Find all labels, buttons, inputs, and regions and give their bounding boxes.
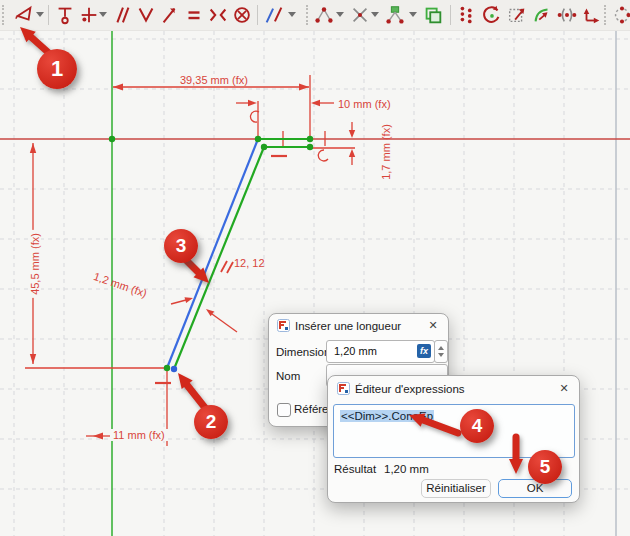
circular-array-icon[interactable] [610,3,630,27]
close-icon[interactable]: ✕ [426,319,440,332]
toggle-construction-icon[interactable] [262,3,286,27]
dimension-label-width-bottom[interactable]: 11 mm (fx) [110,429,168,441]
dialog-titlebar[interactable]: Insérer une longueur ✕ [269,314,448,336]
toolbar-separator [257,5,258,25]
bspline-dropdown-chevron[interactable] [409,12,419,20]
freecad-icon [337,382,350,395]
step-badge-5: 5 [528,450,562,484]
vertex [255,136,261,142]
dialog-title: Insérer une longueur [295,320,401,332]
dimension-tool-icon[interactable] [12,3,36,27]
origin-point [109,136,115,142]
vertex [307,144,313,150]
coincident-constraint-icon[interactable] [312,3,336,27]
reset-button[interactable]: Réinitialiser [421,479,491,498]
rotate-icon[interactable] [480,3,504,27]
name-label: Nom [276,370,300,382]
vertex [307,136,313,142]
sketcher-toolbar [0,0,630,31]
freecad-icon [277,319,290,332]
distance-dropdown-chevron[interactable] [99,12,109,20]
step-badge-3: 3 [164,229,198,263]
ok-button[interactable]: OK [498,479,572,498]
symmetry-icon[interactable] [555,3,579,27]
clone-icon[interactable] [421,3,445,27]
parallel-constraint-label[interactable]: 12, 12 [234,257,265,269]
vertex-selected [171,366,177,372]
split-edge-icon[interactable] [348,3,372,27]
result-label: Résultat [334,463,376,475]
dimension-input[interactable]: 1,20 mm fx [326,340,435,363]
distance-horizontal-vertical-icon[interactable] [77,3,101,27]
step-badge-2: 2 [194,405,228,439]
freecad-window: 39,35 mm (fx) 10 mm (fx) 1,7 mm (fx) 45,… [0,0,630,536]
rectangular-array-icon[interactable] [455,3,479,27]
parallel-constraint-icon[interactable] [110,3,134,27]
scale-icon[interactable] [505,3,529,27]
bspline-tools-icon[interactable] [383,3,407,27]
vertex [164,365,170,371]
dimension-label-thickness-right[interactable]: 1,7 mm (fx) [380,124,392,180]
dimension-label-offset-right[interactable]: 10 mm (fx) [338,98,391,110]
vertex [261,144,267,150]
distance-vertical-icon[interactable] [53,3,77,27]
dimension-spinner[interactable] [434,340,448,363]
reference-checkbox[interactable] [277,403,291,417]
dialog-titlebar[interactable]: Éditeur d'expressions ✕ [328,376,579,398]
dimension-value: 1,20 mm [334,345,377,357]
equal-constraint-icon[interactable] [182,3,206,27]
dimension-label-width-top[interactable]: 39,35 mm (fx) [177,74,251,86]
toolbar-separator [450,5,451,25]
dimension-dropdown-chevron[interactable] [36,12,46,20]
offset-icon[interactable] [530,3,554,27]
parallel-constraint-marker [221,261,233,273]
split-dropdown-chevron[interactable] [371,12,381,20]
expression-text: <<Dim>>.ConeEp [340,410,434,422]
block-constraint-icon[interactable] [230,3,254,27]
result-value: 1,20 mm [384,463,429,475]
tangent-constraint-icon[interactable] [158,3,182,27]
step-badge-4: 4 [460,409,494,443]
perpendicular-constraint-icon[interactable] [134,3,158,27]
toolbar-grip[interactable] [2,5,8,25]
move-icon[interactable] [580,3,604,27]
coincident-dropdown-chevron[interactable] [336,12,346,20]
fx-expression-button[interactable]: fx [417,344,431,358]
toolbar-separator [48,5,49,25]
step-badge-1: 1 [37,49,77,89]
dialog-title: Éditeur d'expressions [355,383,465,395]
symmetric-constraint-icon[interactable] [206,3,230,27]
construction-dropdown-chevron[interactable] [288,12,298,20]
dimension-label-height-left[interactable]: 45,5 mm (fx) [29,230,41,298]
close-icon[interactable]: ✕ [557,382,571,395]
